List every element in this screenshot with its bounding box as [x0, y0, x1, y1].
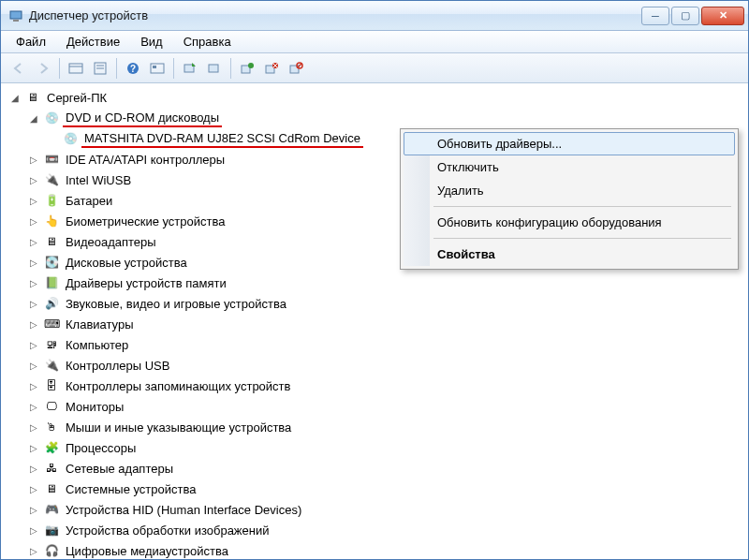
category-label: Устройства обработки изображений [63, 523, 272, 538]
context-menu-item[interactable]: Отключить [404, 155, 735, 179]
tree-category[interactable]: ▷⌨Клавиатуры [27, 314, 748, 334]
update-driver-button[interactable] [235, 56, 259, 81]
context-menu-item[interactable]: Обновить конфигурацию оборудования [404, 211, 735, 234]
expand-icon[interactable]: ▷ [27, 420, 40, 434]
category-label: Сетевые адаптеры [63, 461, 176, 477]
tree-category[interactable]: ▷🔌Контроллеры USB [27, 355, 748, 376]
app-icon [8, 8, 23, 23]
toolbar-separator [230, 58, 231, 79]
menu-file[interactable]: Файл [7, 32, 55, 52]
pc-icon: 🖳 [43, 337, 60, 352]
context-menu-item[interactable]: Обновить драйверы... [404, 132, 735, 155]
usbctrl-icon: 🔌 [43, 358, 60, 373]
expand-icon[interactable]: ▷ [27, 400, 40, 413]
expand-icon[interactable]: ▷ [27, 379, 40, 392]
back-button[interactable] [7, 56, 31, 81]
svg-rect-10 [153, 66, 156, 68]
computer-icon: 🖥 [24, 90, 41, 105]
titlebar: Диспетчер устройств ─ ▢ ✕ [1, 1, 748, 31]
svg-rect-0 [10, 11, 22, 19]
category-label: Контроллеры USB [63, 358, 172, 374]
storage-icon: 🗄 [43, 378, 60, 393]
expand-icon[interactable]: ▷ [27, 482, 40, 495]
svg-point-14 [248, 63, 254, 68]
minimize-button[interactable]: ─ [641, 7, 669, 25]
keyboard-icon: ⌨ [43, 317, 60, 332]
menu-action[interactable]: Действие [57, 32, 129, 52]
tree-category[interactable]: ▷🖥Системные устройства [27, 479, 748, 499]
tree-category[interactable]: ▷🔊Звуковые, видео и игровые устройства [27, 293, 748, 314]
toolbar-icon[interactable] [145, 56, 169, 81]
cpu-icon: 🧩 [43, 440, 60, 455]
show-hidden-button[interactable] [64, 56, 88, 81]
expand-icon[interactable]: ▷ [27, 297, 40, 310]
close-button[interactable]: ✕ [701, 7, 744, 25]
expand-icon[interactable]: ▷ [27, 462, 40, 475]
expand-icon[interactable]: ▷ [27, 276, 40, 289]
usb-icon: 🔌 [43, 172, 60, 187]
maximize-button[interactable]: ▢ [671, 7, 699, 25]
expand-icon[interactable]: ▷ [27, 317, 40, 331]
category-label: Системные устройства [63, 481, 198, 497]
memory-icon: 📗 [43, 275, 60, 290]
menu-view[interactable]: Вид [131, 32, 172, 52]
category-label: Звуковые, видео и игровые устройства [63, 296, 289, 312]
expand-icon[interactable]: ▷ [27, 441, 40, 454]
disc-drive-icon: 💿 [43, 111, 60, 125]
tree-category-dvd[interactable]: ◢💿DVD и CD-ROM дисководы [27, 108, 748, 128]
tree-category[interactable]: ▷🖱Мыши и иные указывающие устройства [27, 417, 748, 437]
category-label: Устройства HID (Human Interface Devices) [63, 502, 304, 518]
toolbar-separator [59, 58, 60, 79]
root-label: Сергей-ПК [44, 90, 110, 106]
collapse-icon[interactable]: ◢ [8, 91, 22, 104]
forward-button[interactable] [31, 56, 55, 81]
audio-icon: 🔊 [43, 296, 60, 311]
context-menu-item[interactable]: Свойства [404, 243, 735, 266]
menubar: Файл Действие Вид Справка [1, 31, 748, 53]
window-title: Диспетчер устройств [29, 8, 641, 22]
disable-button[interactable] [284, 56, 308, 81]
uninstall-button[interactable] [259, 56, 284, 81]
expand-icon[interactable]: ▷ [27, 153, 40, 166]
expand-icon[interactable]: ▷ [27, 503, 40, 516]
context-menu-item[interactable]: Удалить [404, 179, 735, 202]
expand-icon[interactable]: ▷ [27, 214, 40, 228]
category-label: Дисковые устройства [63, 255, 190, 271]
battery-icon: 🔋 [43, 193, 60, 208]
category-label: Процессоры [63, 440, 139, 456]
tree-category[interactable]: ▷🖳Компьютер [27, 334, 748, 355]
expand-icon[interactable]: ▷ [27, 256, 40, 269]
category-label: Драйверы устройств памяти [63, 275, 229, 291]
collapse-icon[interactable]: ◢ [27, 111, 40, 125]
expand-icon[interactable]: ▷ [27, 173, 40, 186]
menu-help[interactable]: Справка [174, 32, 241, 52]
tree-category[interactable]: ▷🎮Устройства HID (Human Interface Device… [27, 499, 748, 520]
tree-category[interactable]: ▷🧩Процессоры [27, 437, 748, 458]
toolbar-separator [173, 58, 174, 79]
tree-category[interactable]: ▷🎧Цифровые медиаустройства [27, 540, 748, 559]
tree-category[interactable]: ▷🖵Мониторы [27, 396, 748, 417]
device-manager-window: Диспетчер устройств ─ ▢ ✕ Файл Действие … [0, 0, 749, 560]
scan-hardware-button[interactable] [178, 56, 202, 81]
expand-icon[interactable]: ▷ [27, 544, 40, 557]
category-label: Компьютер [63, 337, 131, 353]
tree-pane[interactable]: ◢ 🖥 Сергей-ПК ◢💿DVD и CD-ROM дисководы▫💿… [1, 83, 748, 559]
tree-category[interactable]: ▷📗Драйверы устройств памяти [27, 273, 748, 293]
expand-icon[interactable]: ▷ [27, 359, 40, 372]
tree-category[interactable]: ▷🖧Сетевые адаптеры [27, 458, 748, 479]
expand-icon[interactable]: ▷ [27, 194, 40, 207]
tree-root[interactable]: ◢ 🖥 Сергей-ПК [8, 87, 748, 108]
category-label: DVD и CD-ROM дисководы [63, 110, 222, 127]
help-button[interactable]: ? [121, 56, 145, 81]
toolbar-icon[interactable] [202, 56, 227, 81]
expand-icon[interactable]: ▷ [27, 235, 40, 248]
svg-rect-12 [209, 65, 218, 72]
context-menu-separator [433, 238, 731, 239]
tree-category[interactable]: ▷📷Устройства обработки изображений [27, 520, 748, 540]
properties-button[interactable] [88, 56, 112, 81]
tree-category[interactable]: ▷🗄Контроллеры запоминающих устройств [27, 376, 748, 396]
expand-icon[interactable]: ▷ [27, 338, 40, 351]
toolbar: ? [1, 53, 748, 83]
category-label: Мыши и иные указывающие устройства [63, 420, 294, 435]
expand-icon[interactable]: ▷ [27, 523, 40, 537]
